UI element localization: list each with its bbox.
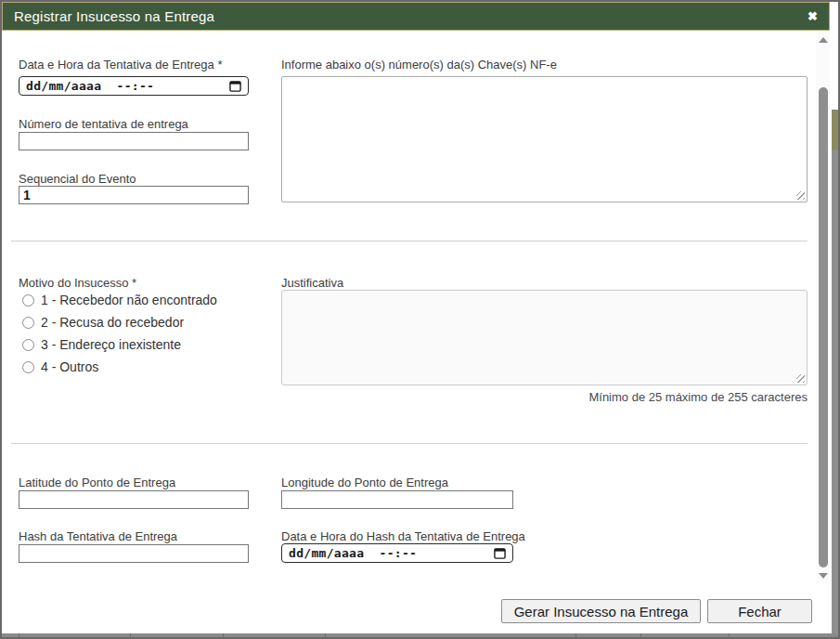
datetime-hash-placeholder: dd/mm/aaaa --:-- [289, 546, 417, 560]
radio-icon[interactable] [22, 294, 34, 306]
radio-motivo-2-label[interactable]: 2 - Recusa do recebedor [41, 315, 184, 330]
radio-motivo-2[interactable]: 2 - Recusa do recebedor [22, 315, 184, 330]
label-hash-tentativa: Hash da Tentativa de Entrega [19, 529, 177, 543]
resize-grip-icon[interactable] [796, 374, 805, 383]
datetime-hash-input[interactable]: dd/mm/aaaa --:-- [281, 543, 513, 563]
chaves-nfe-textarea[interactable] [281, 76, 808, 202]
dialog-registrar-insucesso: Registrar Insucesso na Entrega ✖ Data e … [0, 0, 840, 639]
numero-tentativa-input[interactable] [19, 132, 249, 150]
radio-motivo-4-label[interactable]: 4 - Outros [41, 359, 98, 374]
scroll-up-icon[interactable] [819, 37, 828, 43]
label-longitude: Longitude do Ponto de Entrega [281, 476, 448, 489]
datetime-tentativa-input[interactable]: dd/mm/aaaa --:-- [19, 76, 249, 96]
label-justificativa: Justificativa [281, 276, 343, 290]
radio-motivo-3-label[interactable]: 3 - Endereço inexistente [41, 337, 181, 352]
page-backdrop-bottom [2, 633, 838, 637]
resize-grip-icon[interactable] [796, 191, 805, 200]
calendar-icon[interactable] [494, 547, 506, 559]
page-backdrop-right [832, 2, 838, 637]
radio-motivo-4[interactable]: 4 - Outros [22, 359, 98, 374]
vertical-scrollbar[interactable] [816, 33, 830, 583]
scroll-down-icon[interactable] [819, 573, 828, 579]
label-latitude: Latitude do Ponto de Entrega [19, 476, 175, 489]
label-chaves-nfe: Informe abaixo o(s) número(s) da(s) Chav… [281, 58, 557, 72]
datetime-tentativa-placeholder: dd/mm/aaaa --:-- [26, 79, 154, 93]
backdrop-olive-block [832, 110, 838, 150]
radio-icon[interactable] [22, 339, 34, 351]
close-icon[interactable]: ✖ [808, 10, 818, 22]
latitude-input[interactable] [19, 490, 249, 509]
scrollbar-thumb[interactable] [819, 87, 828, 567]
label-datetime-tentativa: Data e Hora da Tentativa de Entrega * [19, 58, 222, 72]
radio-motivo-1-label[interactable]: 1 - Recebedor não encontrado [41, 293, 217, 307]
radio-motivo-1[interactable]: 1 - Recebedor não encontrado [22, 293, 217, 307]
justificativa-textarea[interactable] [281, 290, 808, 385]
calendar-icon[interactable] [229, 80, 241, 92]
radio-icon[interactable] [22, 361, 34, 373]
radio-icon[interactable] [22, 317, 34, 329]
fechar-button[interactable]: Fechar [707, 599, 812, 623]
label-sequencial-evento: Sequencial do Evento [19, 172, 136, 186]
gerar-insucesso-button[interactable]: Gerar Insucesso na Entrega [501, 599, 701, 623]
section-divider [11, 443, 808, 444]
label-motivo-insucesso: Motivo do Insucesso * [19, 276, 136, 290]
dialog-title: Registrar Insucesso na Entrega [14, 8, 214, 24]
label-datetime-hash: Data e Hora do Hash da Tentativa de Entr… [281, 529, 525, 543]
dialog-header: Registrar Insucesso na Entrega ✖ [2, 2, 830, 31]
radio-motivo-3[interactable]: 3 - Endereço inexistente [22, 337, 181, 352]
section-divider [11, 241, 808, 241]
longitude-input[interactable] [281, 490, 513, 509]
hash-tentativa-input[interactable] [19, 544, 249, 563]
label-numero-tentativa: Número de tentativa de entrega [19, 117, 188, 131]
justificativa-hint: Mínimo de 25 máximo de 255 caracteres [436, 390, 808, 404]
sequencial-evento-input[interactable] [19, 186, 249, 204]
backdrop-gray-block [832, 150, 838, 637]
